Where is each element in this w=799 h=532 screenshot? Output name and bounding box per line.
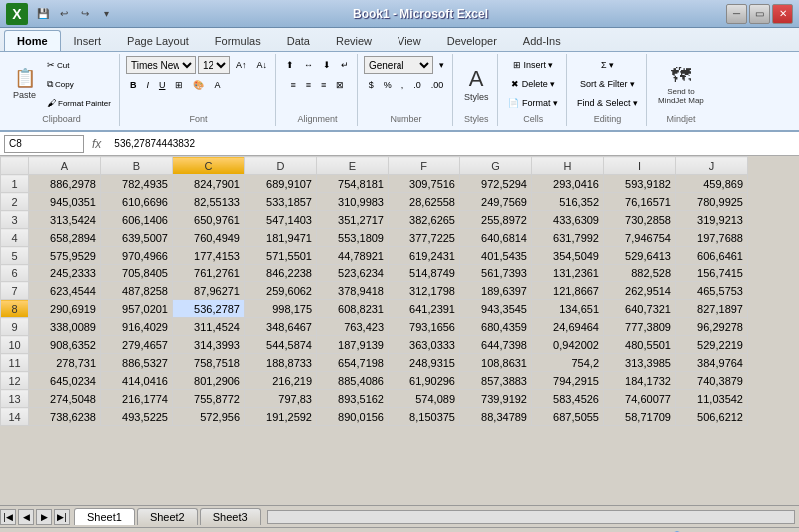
sheet-next-btn[interactable]: ▶ bbox=[36, 509, 52, 525]
cell-B9[interactable]: 916,4029 bbox=[101, 318, 173, 336]
cell-D2[interactable]: 533,1857 bbox=[245, 193, 317, 211]
cut-button[interactable]: ✂ Cut bbox=[43, 56, 115, 74]
percent-btn[interactable]: % bbox=[380, 76, 396, 94]
undo-qa-btn[interactable]: ↩ bbox=[55, 5, 73, 23]
align-center-btn[interactable]: ≡ bbox=[302, 76, 315, 94]
cell-E9[interactable]: 763,423 bbox=[317, 318, 389, 336]
tab-page-layout[interactable]: Page Layout bbox=[114, 30, 202, 51]
styles-button[interactable]: A Styles bbox=[459, 58, 494, 110]
tab-add-ins[interactable]: Add-Ins bbox=[510, 30, 574, 51]
bold-button[interactable]: B bbox=[126, 76, 141, 94]
cell-G2[interactable]: 249,7569 bbox=[460, 193, 532, 211]
find-select-btn[interactable]: Find & Select ▾ bbox=[573, 94, 642, 112]
comma-btn[interactable]: , bbox=[398, 76, 408, 94]
cell-H14[interactable]: 687,5055 bbox=[532, 408, 604, 426]
restore-btn[interactable]: ▭ bbox=[749, 4, 770, 24]
cell-I5[interactable]: 529,6413 bbox=[604, 247, 676, 265]
cell-I7[interactable]: 262,9514 bbox=[604, 282, 676, 300]
cell-A2[interactable]: 945,0351 bbox=[29, 193, 101, 211]
cell-B14[interactable]: 493,5225 bbox=[101, 408, 173, 426]
cell-E14[interactable]: 890,0156 bbox=[317, 408, 389, 426]
cell-D7[interactable]: 259,6062 bbox=[245, 282, 317, 300]
decrease-font-btn[interactable]: A↓ bbox=[252, 56, 271, 74]
tab-review[interactable]: Review bbox=[323, 30, 385, 51]
close-btn[interactable]: ✕ bbox=[772, 4, 793, 24]
cell-A6[interactable]: 245,2333 bbox=[29, 265, 101, 282]
increase-font-btn[interactable]: A↑ bbox=[232, 56, 251, 74]
cell-E4[interactable]: 553,1809 bbox=[317, 229, 389, 247]
cell-G9[interactable]: 680,4359 bbox=[460, 318, 532, 336]
cell-A12[interactable]: 645,0234 bbox=[29, 372, 101, 390]
sheet-tab-3[interactable]: Sheet3 bbox=[200, 508, 261, 525]
number-format-select[interactable]: General bbox=[364, 56, 433, 74]
cell-E8[interactable]: 608,8231 bbox=[317, 300, 389, 318]
sort-filter-btn[interactable]: Sort & Filter ▾ bbox=[576, 75, 639, 93]
cell-G7[interactable]: 189,6397 bbox=[460, 282, 532, 300]
cell-F11[interactable]: 248,9315 bbox=[389, 354, 460, 372]
cell-I6[interactable]: 882,528 bbox=[604, 265, 676, 282]
cell-H9[interactable]: 24,69464 bbox=[532, 318, 604, 336]
cell-A3[interactable]: 313,5424 bbox=[29, 211, 101, 229]
sheet-first-btn[interactable]: |◀ bbox=[0, 509, 16, 525]
cell-H8[interactable]: 134,651 bbox=[532, 300, 604, 318]
cell-D11[interactable]: 188,8733 bbox=[245, 354, 317, 372]
number-dropdown-btn[interactable]: ▾ bbox=[435, 56, 448, 74]
cell-C10[interactable]: 314,3993 bbox=[173, 336, 245, 354]
cell-I11[interactable]: 313,3985 bbox=[604, 354, 676, 372]
cell-C9[interactable]: 311,4524 bbox=[173, 318, 245, 336]
italic-button[interactable]: I bbox=[142, 76, 153, 94]
cell-J10[interactable]: 529,2219 bbox=[676, 336, 748, 354]
cell-J12[interactable]: 740,3879 bbox=[676, 372, 748, 390]
cell-F1[interactable]: 309,7516 bbox=[389, 175, 460, 193]
col-header-D[interactable]: D bbox=[245, 157, 317, 175]
horizontal-scrollbar[interactable] bbox=[267, 510, 795, 524]
font-color-button[interactable]: A bbox=[210, 76, 224, 94]
cell-H2[interactable]: 516,352 bbox=[532, 193, 604, 211]
col-header-F[interactable]: F bbox=[389, 157, 460, 175]
cell-A5[interactable]: 575,9529 bbox=[29, 247, 101, 265]
cell-G5[interactable]: 401,5435 bbox=[460, 247, 532, 265]
cell-G12[interactable]: 857,3883 bbox=[460, 372, 532, 390]
cell-G14[interactable]: 88,34789 bbox=[460, 408, 532, 426]
decrease-decimal-btn[interactable]: .00 bbox=[427, 76, 448, 94]
cell-D13[interactable]: 797,83 bbox=[245, 390, 317, 408]
cell-C11[interactable]: 758,7518 bbox=[173, 354, 245, 372]
align-right-btn[interactable]: ≡ bbox=[317, 76, 330, 94]
sum-btn[interactable]: Σ ▾ bbox=[597, 56, 618, 74]
cell-J9[interactable]: 96,29278 bbox=[676, 318, 748, 336]
cell-E2[interactable]: 310,9983 bbox=[317, 193, 389, 211]
cell-A10[interactable]: 908,6352 bbox=[29, 336, 101, 354]
cell-G6[interactable]: 561,7393 bbox=[460, 265, 532, 282]
copy-button[interactable]: ⧉ Copy bbox=[43, 75, 115, 93]
cell-B13[interactable]: 216,1774 bbox=[101, 390, 173, 408]
cell-H3[interactable]: 433,6309 bbox=[532, 211, 604, 229]
cell-C8[interactable]: 536,2787 bbox=[173, 300, 245, 318]
cell-J7[interactable]: 465,5753 bbox=[676, 282, 748, 300]
cell-J1[interactable]: 459,869 bbox=[676, 175, 748, 193]
row-number-7[interactable]: 7 bbox=[1, 282, 29, 300]
name-box[interactable] bbox=[4, 135, 84, 153]
row-number-5[interactable]: 5 bbox=[1, 247, 29, 265]
cell-F12[interactable]: 61,90296 bbox=[389, 372, 460, 390]
cell-I3[interactable]: 730,2858 bbox=[604, 211, 676, 229]
tab-formulas[interactable]: Formulas bbox=[202, 30, 274, 51]
sheet-prev-btn[interactable]: ◀ bbox=[18, 509, 34, 525]
cell-H4[interactable]: 631,7992 bbox=[532, 229, 604, 247]
cell-B8[interactable]: 957,0201 bbox=[101, 300, 173, 318]
cell-G13[interactable]: 739,9192 bbox=[460, 390, 532, 408]
dropdown-qa-btn[interactable]: ▾ bbox=[97, 5, 115, 23]
cell-J8[interactable]: 827,1897 bbox=[676, 300, 748, 318]
cell-D10[interactable]: 544,5874 bbox=[245, 336, 317, 354]
cell-H5[interactable]: 354,5049 bbox=[532, 247, 604, 265]
cell-B12[interactable]: 414,0416 bbox=[101, 372, 173, 390]
row-number-14[interactable]: 14 bbox=[1, 408, 29, 426]
insert-cells-btn[interactable]: ⊞ Insert ▾ bbox=[509, 56, 558, 74]
col-header-B[interactable]: B bbox=[101, 157, 173, 175]
font-family-select[interactable]: Times New Ro... bbox=[126, 56, 196, 74]
cell-D6[interactable]: 846,2238 bbox=[245, 265, 317, 282]
row-number-9[interactable]: 9 bbox=[1, 318, 29, 336]
delete-cells-btn[interactable]: ✖ Delete ▾ bbox=[507, 75, 559, 93]
cell-I13[interactable]: 74,60077 bbox=[604, 390, 676, 408]
cell-D9[interactable]: 348,6467 bbox=[245, 318, 317, 336]
row-number-2[interactable]: 2 bbox=[1, 193, 29, 211]
